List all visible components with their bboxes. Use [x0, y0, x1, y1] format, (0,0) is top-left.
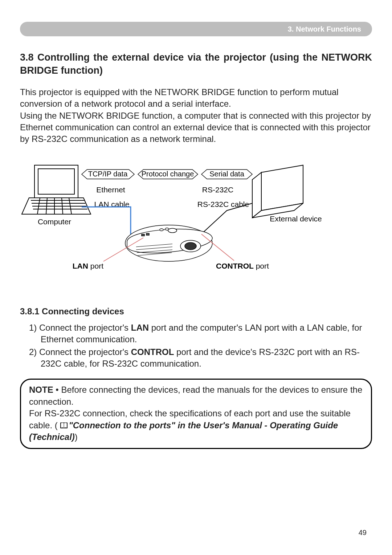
rs232c-label: RS-232C	[202, 185, 233, 194]
note-line3: )	[75, 432, 78, 442]
manual-page: 3. Network Functions 3.8 Controlling the…	[0, 0, 392, 555]
serial-arrow: Serial data	[201, 170, 252, 179]
chapter-label: 3. Network Functions	[288, 25, 361, 33]
external-device-icon	[252, 165, 303, 218]
ethernet-label: Ethernet	[96, 185, 125, 194]
svg-point-11	[185, 242, 196, 250]
projector-icon	[125, 225, 212, 261]
step-1: 1) Connect the projector's LAN port and …	[29, 322, 372, 346]
note-label: NOTE	[29, 385, 53, 395]
protocol-label: Protocol change	[142, 170, 194, 178]
rs232c-cable-label: RS-232C cable	[197, 200, 249, 208]
subsection-heading: 3.8.1 Connecting devices	[20, 306, 372, 317]
computer-icon	[22, 165, 91, 214]
svg-rect-20	[146, 233, 149, 235]
serial-label: Serial data	[209, 170, 244, 178]
steps-list: 1) Connect the projector's LAN port and …	[20, 322, 372, 370]
manual-icon	[60, 422, 68, 429]
network-bridge-diagram: TCP/IP data Protocol change Serial data …	[20, 160, 372, 279]
svg-point-18	[165, 228, 169, 230]
tcp-label: TCP/IP data	[88, 170, 128, 178]
computer-label: Computer	[38, 217, 71, 226]
section-heading: 3.8 Controlling the external device via …	[20, 51, 372, 77]
external-device-label: External device	[270, 215, 322, 223]
chapter-header: 3. Network Functions	[20, 22, 372, 36]
page-number: 49	[359, 529, 367, 537]
note-line1: • Before connecting the devices, read th…	[29, 385, 362, 406]
protocol-arrow: Protocol change	[138, 170, 198, 179]
svg-point-17	[160, 229, 163, 231]
control-port-label: CONTROL port	[216, 262, 269, 270]
lan-cable	[82, 207, 140, 236]
svg-rect-19	[142, 234, 144, 236]
lan-port-label: LAN port	[73, 262, 103, 270]
note-box: NOTE • Before connecting the devices, re…	[20, 379, 372, 449]
svg-point-16	[168, 228, 177, 233]
intro-paragraph: This projector is equipped with the NETW…	[20, 86, 372, 145]
step-2: 2) Connect the projector's CONTROL port …	[29, 346, 372, 370]
tcp-arrow: TCP/IP data	[82, 170, 134, 179]
